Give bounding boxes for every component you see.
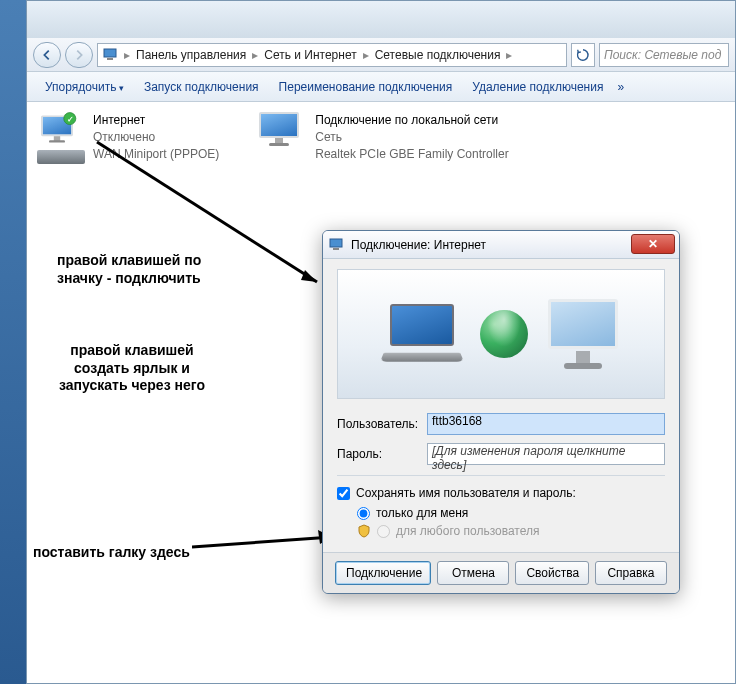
help-button[interactable]: Справка xyxy=(595,561,667,585)
breadcrumb-separator-icon: ▸ xyxy=(506,48,512,62)
arrow-to-dialog-icon xyxy=(87,132,337,292)
explorer-titlebar xyxy=(26,0,736,38)
explorer-navbar: ▸ Панель управления ▸ Сеть и Интернет ▸ … xyxy=(27,38,735,72)
svg-rect-7 xyxy=(333,248,339,250)
connection-device: Realtek PCIe GBE Family Controller xyxy=(315,146,508,163)
breadcrumb-network-connections[interactable]: Сетевые подключения xyxy=(369,48,507,62)
globe-icon xyxy=(480,310,528,358)
network-folder-icon xyxy=(102,46,120,64)
back-button[interactable] xyxy=(33,42,61,68)
connect-button[interactable]: Подключение xyxy=(335,561,431,585)
password-input[interactable]: [Для изменения пароля щелкните здесь] xyxy=(427,443,665,465)
close-button[interactable]: ✕ xyxy=(631,234,675,254)
annotation-create-shortcut: правой клавишей создать ярлык и запускат… xyxy=(59,342,205,395)
refresh-button[interactable] xyxy=(571,43,595,67)
save-credentials-label: Сохранять имя пользователя и пароль: xyxy=(356,486,576,500)
connection-internet-icon: ✓ xyxy=(37,112,85,152)
cmd-organize[interactable]: Упорядочить xyxy=(35,76,134,98)
svg-line-2 xyxy=(97,142,317,282)
command-bar: Упорядочить Запуск подключения Переимено… xyxy=(27,72,735,102)
search-placeholder: Поиск: Сетевые под xyxy=(604,48,721,62)
radio-only-me[interactable] xyxy=(357,507,370,520)
properties-button[interactable]: Свойства xyxy=(515,561,589,585)
connect-dialog: Подключение: Интернет ✕ Пользователь: ft… xyxy=(322,230,680,594)
connection-name: Интернет xyxy=(93,112,219,129)
separator xyxy=(337,475,665,476)
cancel-button[interactable]: Отмена xyxy=(437,561,509,585)
save-credentials-checkbox[interactable] xyxy=(337,487,350,500)
radio-any-user-label: для любого пользователя xyxy=(396,524,540,538)
monitor-icon xyxy=(546,299,620,369)
shield-icon xyxy=(357,524,371,538)
dialog-title-text: Подключение: Интернет xyxy=(351,238,486,252)
annotation-check-here: поставить галку здесь xyxy=(33,544,190,562)
connection-name: Подключение по локальной сети xyxy=(315,112,508,129)
desktop-strip xyxy=(0,0,26,684)
breadcrumb-network-internet[interactable]: Сеть и Интернет xyxy=(258,48,362,62)
dialog-titlebar[interactable]: Подключение: Интернет ✕ xyxy=(323,231,679,259)
breadcrumb-control-panel[interactable]: Панель управления xyxy=(130,48,252,62)
cmd-delete-connection[interactable]: Удаление подключения xyxy=(462,76,613,98)
svg-line-4 xyxy=(192,537,332,547)
check-badge-icon: ✓ xyxy=(63,112,76,125)
address-bar[interactable]: ▸ Панель управления ▸ Сеть и Интернет ▸ … xyxy=(97,43,567,67)
connection-status: Сеть xyxy=(315,129,508,146)
dialog-title-icon xyxy=(329,237,345,253)
radio-any-user xyxy=(377,525,390,538)
dialog-button-bar: Подключение Отмена Свойства Справка xyxy=(323,552,679,593)
laptop-icon xyxy=(382,304,462,364)
user-label: Пользователь: xyxy=(337,417,427,431)
user-input[interactable]: fttb36168 xyxy=(427,413,665,435)
password-label: Пароль: xyxy=(337,447,427,461)
dialog-illustration xyxy=(337,269,665,399)
svg-rect-6 xyxy=(330,239,342,247)
search-input[interactable]: Поиск: Сетевые под xyxy=(599,43,729,67)
forward-button[interactable] xyxy=(65,42,93,68)
svg-rect-1 xyxy=(107,58,113,60)
radio-only-me-label: только для меня xyxy=(376,506,468,520)
cmd-more[interactable]: » xyxy=(617,80,624,94)
cmd-start-connection[interactable]: Запуск подключения xyxy=(134,76,269,98)
svg-rect-0 xyxy=(104,49,116,57)
cmd-rename-connection[interactable]: Переименование подключения xyxy=(269,76,463,98)
close-icon: ✕ xyxy=(648,237,658,251)
modem-icon xyxy=(37,150,85,164)
